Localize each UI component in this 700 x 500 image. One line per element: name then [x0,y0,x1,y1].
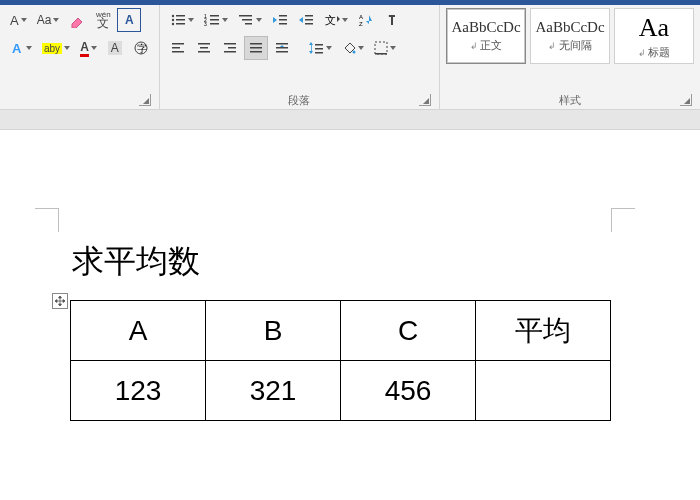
svg-rect-38 [224,43,236,45]
table-move-handle[interactable] [52,293,68,309]
grow-font-button[interactable]: A [6,8,31,32]
svg-rect-25 [305,19,313,21]
svg-rect-32 [172,43,184,45]
table-header-cell[interactable]: 平均 [476,301,611,361]
svg-rect-7 [176,19,185,21]
char-border-label: A [125,13,134,27]
svg-rect-42 [250,47,262,49]
numbering-button[interactable]: 123 [200,8,232,32]
indent-icon [298,13,314,27]
svg-rect-18 [245,23,252,25]
eraser-icon [69,12,85,28]
line-spacing-icon [308,41,324,55]
svg-rect-43 [250,51,262,53]
table-cell[interactable]: 123 [71,361,206,421]
phonetic-guide-button[interactable]: wén文 [91,8,115,32]
svg-marker-31 [366,15,372,24]
paragraph-dialog-launcher[interactable] [419,94,431,106]
svg-rect-20 [279,15,287,17]
style-sample: AaBbCcDc [535,19,604,36]
multilevel-icon [238,13,254,27]
svg-marker-28 [337,16,340,22]
char-shading-button[interactable]: A [103,36,127,60]
clear-formatting-button[interactable] [65,8,89,32]
svg-rect-9 [176,23,185,25]
document-area[interactable]: 求平均数 ABC平均 123321456 [0,130,700,500]
table-cell[interactable]: 456 [341,361,476,421]
table-header-cell[interactable]: C [341,301,476,361]
increase-indent-button[interactable] [294,8,318,32]
svg-rect-33 [172,47,180,49]
svg-rect-22 [279,23,287,25]
highlight-label: aby [42,43,62,54]
svg-rect-55 [375,42,387,54]
svg-text:A: A [359,14,363,20]
distribute-icon [275,41,289,55]
table-header-cell[interactable]: B [206,301,341,361]
text-effects-icon: A [10,41,24,55]
svg-rect-5 [176,15,185,17]
bullets-icon [170,13,186,27]
multilevel-list-button[interactable] [234,8,266,32]
svg-rect-50 [311,45,312,51]
style-name: 标题 [638,45,671,60]
table-cell[interactable] [476,361,611,421]
svg-text:A: A [12,41,22,55]
line-spacing-button[interactable] [304,36,336,60]
align-left-button[interactable] [166,36,190,60]
numbering-icon: 123 [204,13,220,27]
table-cell[interactable]: 321 [206,361,341,421]
align-right-icon [223,41,237,55]
align-justify-button[interactable] [244,36,268,60]
enclose-icon: 字 [133,40,149,56]
enclose-char-button[interactable]: 字 [129,36,153,60]
align-center-button[interactable] [192,36,216,60]
character-border-button[interactable]: A [117,8,141,32]
margin-corner-tr [611,208,635,232]
decrease-indent-button[interactable] [268,8,292,32]
table-header-cell[interactable]: A [71,301,206,361]
ruler-bar [0,110,700,130]
style-item-0[interactable]: AaBbCcDc正文 [446,8,526,64]
style-name: 无间隔 [548,38,592,53]
svg-rect-34 [172,51,184,53]
borders-button[interactable] [370,36,400,60]
svg-rect-26 [305,23,313,25]
font-color-button[interactable]: A [76,36,101,60]
document-table[interactable]: ABC平均 123321456 [70,300,611,421]
font-effects-button[interactable]: A [6,36,36,60]
style-item-1[interactable]: AaBbCcDc无间隔 [530,8,610,64]
svg-rect-37 [198,51,210,53]
font-group-label [6,91,153,107]
align-right-button[interactable] [218,36,242,60]
pilcrow-icon [385,13,399,27]
ribbon-group-styles: AaBbCcDc正文AaBbCcDc无间隔Aa标题 样式 [440,5,700,109]
font-color-label: A [80,40,89,57]
style-sample: AaBbCcDc [451,19,520,36]
text-direction-button[interactable]: 文 [320,8,352,32]
svg-text:3: 3 [204,21,207,27]
styles-dialog-launcher[interactable] [680,94,692,106]
align-center-icon [197,41,211,55]
change-case-button[interactable]: Aa [33,8,64,32]
distribute-button[interactable] [270,36,294,60]
font-dialog-launcher[interactable] [139,94,151,106]
style-name: 正文 [470,38,503,53]
svg-rect-21 [279,19,287,21]
bullets-button[interactable] [166,8,198,32]
align-justify-icon [249,41,263,55]
document-heading[interactable]: 求平均数 [72,240,200,284]
svg-rect-24 [305,15,313,17]
svg-rect-40 [224,51,236,53]
svg-marker-49 [309,51,313,54]
svg-rect-36 [200,47,208,49]
svg-rect-51 [315,44,323,46]
shading-button[interactable] [338,36,368,60]
show-marks-button[interactable] [380,8,404,32]
svg-point-54 [352,51,355,54]
sort-button[interactable]: AZ [354,8,378,32]
svg-rect-45 [276,47,288,49]
ribbon: A Aa wén文 A A aby A A 字 [0,5,700,110]
style-item-2[interactable]: Aa标题 [614,8,694,64]
highlight-button[interactable]: aby [38,36,74,60]
